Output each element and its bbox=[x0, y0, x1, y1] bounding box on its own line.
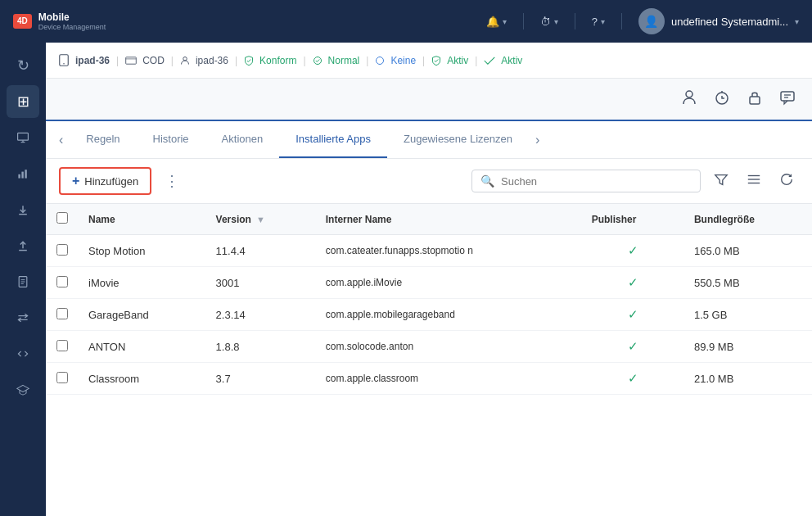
sidebar-item-upload[interactable] bbox=[7, 229, 39, 262]
timer-action-button[interactable] bbox=[714, 89, 730, 110]
tab-installierte-apps[interactable]: Installierte Apps bbox=[279, 121, 387, 158]
header-bundlegroesse: Bundlegröße bbox=[684, 204, 812, 235]
sidebar: ↻ ⊞ bbox=[0, 43, 46, 516]
header-interner-name: Interner Name bbox=[316, 204, 582, 235]
sidebar-item-sync[interactable]: ↻ bbox=[7, 49, 39, 82]
timer-icon: ⏱ bbox=[540, 16, 551, 28]
sidebar-item-doc[interactable] bbox=[7, 265, 39, 298]
refresh-button[interactable] bbox=[774, 169, 799, 194]
aktiv-badge-1: Aktiv bbox=[431, 55, 468, 66]
svg-rect-24 bbox=[781, 92, 794, 101]
main-layout: ↻ ⊞ ipad-3 bbox=[0, 43, 812, 516]
chevron-down-icon: ▾ bbox=[601, 17, 605, 26]
row-checkbox-0[interactable] bbox=[56, 244, 68, 256]
row-interner-name-4: com.apple.classroom bbox=[316, 363, 582, 395]
sort-icon: ▼ bbox=[256, 215, 265, 224]
add-button[interactable]: + Hinzufügen bbox=[59, 167, 151, 195]
select-all-checkbox[interactable] bbox=[56, 212, 68, 224]
row-checkbox-cell bbox=[46, 267, 79, 299]
row-interner-name-0: com.cateater.funapps.stopmotio n bbox=[316, 235, 582, 267]
list-view-button[interactable] bbox=[742, 169, 766, 194]
row-version-0: 11.4.4 bbox=[206, 235, 316, 267]
nav-divider-1 bbox=[523, 13, 524, 29]
sidebar-item-monitor[interactable] bbox=[7, 121, 39, 154]
logo: 4D Mobile Device Management bbox=[13, 11, 106, 31]
user-section[interactable]: 👤 undefined Systemadmi... ▾ bbox=[638, 8, 799, 34]
aktiv-badge-2: Aktiv bbox=[484, 55, 522, 66]
tab-aktionen[interactable]: Aktionen bbox=[205, 121, 280, 158]
sidebar-item-graduation[interactable] bbox=[7, 373, 39, 406]
normal-label: Normal bbox=[328, 55, 360, 66]
tab-zugewiesene-lizenzen[interactable]: Zugewiesene Lizenzen bbox=[387, 121, 529, 158]
row-checkbox-cell bbox=[46, 363, 79, 395]
top-nav-right: 🔔 ▾ ⏱ ▾ ? ▾ 👤 undefined Systemadmi... ▾ bbox=[486, 8, 799, 34]
row-name-2: GarageBand bbox=[79, 299, 206, 331]
chevron-down-icon: ▾ bbox=[795, 17, 799, 26]
sidebar-item-grid[interactable]: ⊞ bbox=[7, 85, 39, 118]
sidebar-item-code[interactable] bbox=[7, 337, 39, 370]
tab-regeln[interactable]: Regeln bbox=[70, 121, 136, 158]
tab-nav-next[interactable]: › bbox=[529, 121, 546, 158]
tab-historie[interactable]: Historie bbox=[137, 121, 205, 158]
row-checkbox-cell bbox=[46, 235, 79, 267]
svg-rect-5 bbox=[25, 170, 26, 178]
row-publisher-0: ✓ bbox=[582, 235, 684, 267]
konform-badge: Konform bbox=[244, 55, 296, 66]
table-row: ANTON 1.8.8 com.solocode.anton ✓ 89.9 MB bbox=[46, 331, 812, 363]
svg-point-20 bbox=[686, 91, 692, 97]
row-checkbox-cell bbox=[46, 299, 79, 331]
row-checkbox-1[interactable] bbox=[56, 276, 68, 287]
sidebar-item-chart[interactable] bbox=[7, 157, 39, 190]
device-header: ipad-36 | COD | ipad-36 | Konform | Norm… bbox=[46, 43, 812, 79]
row-checkbox-3[interactable] bbox=[56, 340, 68, 351]
publisher-checkmark: ✓ bbox=[628, 275, 638, 289]
nav-divider-2 bbox=[575, 13, 575, 29]
cod-icon-item: COD bbox=[125, 55, 165, 66]
table-row: Classroom 3.7 com.apple.classroom ✓ 21.0… bbox=[46, 363, 812, 395]
sidebar-item-swap[interactable] bbox=[7, 301, 39, 334]
row-checkbox-4[interactable] bbox=[56, 372, 68, 383]
row-name-3: ANTON bbox=[79, 331, 206, 363]
header-version: Version ▼ bbox=[206, 204, 316, 235]
table-body: Stop Motion 11.4.4 com.cateater.funapps.… bbox=[46, 235, 812, 395]
table-container: Name Version ▼ Interner Name Pub bbox=[46, 204, 812, 516]
chevron-down-icon: ▾ bbox=[503, 17, 507, 26]
tabs-bar: ‹ Regeln Historie Aktionen Installierte … bbox=[46, 121, 812, 159]
sidebar-item-download[interactable] bbox=[7, 193, 39, 226]
tab-nav-prev[interactable]: ‹ bbox=[52, 121, 70, 158]
lock-action-button[interactable] bbox=[747, 89, 763, 110]
svg-rect-15 bbox=[126, 57, 137, 63]
svg-point-17 bbox=[183, 57, 187, 61]
device-id-1: ipad-36 bbox=[75, 55, 110, 66]
table-row: iMovie 3001 com.apple.iMovie ✓ 550.5 MB bbox=[46, 267, 812, 299]
chevron-down-icon: ▾ bbox=[554, 17, 558, 26]
person-action-button[interactable] bbox=[681, 89, 697, 110]
row-checkbox-2[interactable] bbox=[56, 308, 68, 319]
publisher-checkmark: ✓ bbox=[628, 339, 638, 353]
plus-icon: + bbox=[72, 174, 79, 188]
comment-action-button[interactable] bbox=[779, 89, 796, 110]
logo-text: Mobile bbox=[38, 11, 106, 23]
bell-button[interactable]: 🔔 ▾ bbox=[486, 16, 507, 28]
more-options-button[interactable]: ⋮ bbox=[160, 169, 184, 193]
logo-sub: Device Management bbox=[38, 23, 106, 31]
header-checkbox-cell bbox=[46, 204, 79, 235]
header-publisher: Publisher bbox=[582, 204, 684, 235]
row-name-0: Stop Motion bbox=[79, 235, 206, 267]
filter-button[interactable] bbox=[709, 169, 733, 194]
action-icons-row bbox=[46, 79, 812, 121]
header-name: Name bbox=[79, 204, 206, 235]
row-checkbox-cell bbox=[46, 331, 79, 363]
apps-table: Name Version ▼ Interner Name Pub bbox=[46, 204, 812, 395]
row-version-2: 2.3.14 bbox=[206, 299, 316, 331]
svg-rect-0 bbox=[18, 133, 29, 140]
timer-button[interactable]: ⏱ ▾ bbox=[540, 16, 558, 28]
toolbar: + Hinzufügen ⋮ 🔍 bbox=[46, 159, 812, 204]
row-name-1: iMovie bbox=[79, 267, 206, 299]
help-button[interactable]: ? ▾ bbox=[592, 16, 605, 28]
person-icon-item: ipad-36 bbox=[180, 55, 228, 66]
publisher-checkmark: ✓ bbox=[628, 307, 638, 321]
search-input[interactable] bbox=[501, 175, 692, 188]
row-publisher-4: ✓ bbox=[582, 363, 684, 395]
svg-rect-3 bbox=[18, 174, 20, 179]
